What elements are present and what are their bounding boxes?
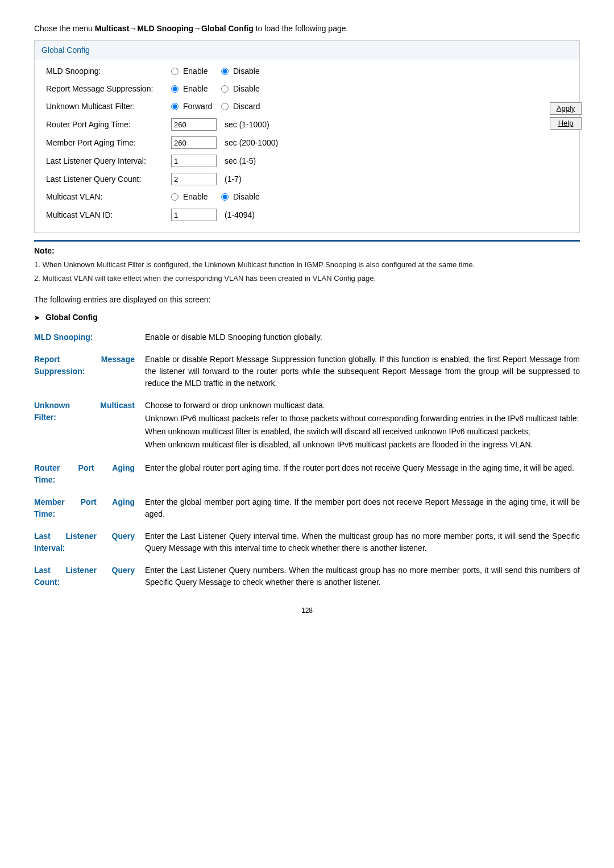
mld-disable-radio[interactable]	[221, 68, 229, 75]
note-title: Note:	[34, 245, 580, 257]
row-unknown-filter: Unknown Multicast Filter: Forward Discar…	[46, 101, 568, 113]
row-router-aging: Router Port Aging Time: sec (1-1000)	[46, 118, 568, 131]
panel-body: MLD Snooping: Enable Disable Report Mess…	[35, 60, 579, 232]
multicast-vlan-id-label: Multicast VLAN ID:	[46, 209, 171, 221]
report-enable-radio[interactable]	[171, 85, 179, 93]
apply-button[interactable]: Apply	[550, 102, 582, 115]
desc-unknown-text: Choose to forward or drop unknown multic…	[145, 400, 580, 452]
last-count-input[interactable]	[171, 173, 217, 185]
global-config-panel: Global Config MLD Snooping: Enable Disab…	[34, 40, 580, 233]
row-member-aging: Member Port Aging Time: sec (200-1000)	[46, 136, 568, 149]
note-section: Note: 1. When Unknown Multicast Filter i…	[34, 240, 580, 284]
description-table: MLD Snooping: Enable or disable MLD Snoo…	[34, 331, 580, 588]
multicast-vlan-id-unit: (1-4094)	[225, 209, 255, 221]
desc-last-interval-text: Enter the Last Listener Query interval t…	[145, 530, 580, 554]
desc-member-aging-text: Enter the global member port aging time.…	[145, 496, 580, 520]
multicast-vlan-controls: Enable Disable	[171, 191, 267, 203]
intro-suffix: to load the following page.	[254, 24, 349, 33]
button-column: Apply Help	[550, 102, 582, 130]
desc-unknown-p4: When unknown multicast filer is disabled…	[145, 439, 580, 451]
desc-unknown-p2: Unknown IPv6 multicast packets refer to …	[145, 413, 580, 425]
unknown-discard-text: Discard	[233, 101, 260, 113]
row-multicast-vlan: Multicast VLAN: Enable Disable	[46, 191, 568, 203]
report-disable-text: Disable	[233, 83, 260, 95]
help-button[interactable]: Help	[550, 117, 582, 130]
desc-row-last-interval: Last Listener QueryInterval: Enter the L…	[34, 530, 580, 554]
desc-row-unknown: Unknown MulticastFilter: Choose to forwa…	[34, 400, 580, 452]
section-title: Global Config	[45, 312, 98, 323]
last-interval-input[interactable]	[171, 155, 217, 167]
desc-row-member-aging: Member Port AgingTime: Enter the global …	[34, 496, 580, 520]
mld-enable-radio[interactable]	[171, 68, 179, 75]
chevron-right-icon: ➤	[34, 313, 40, 323]
mld-disable-text: Disable	[233, 65, 260, 77]
row-report-suppression: Report Message Suppression: Enable Disab…	[46, 83, 568, 95]
desc-member-aging-label: Member Port AgingTime:	[34, 496, 145, 520]
last-interval-label: Last Listener Query Interval:	[46, 155, 171, 167]
mld-enable-text: Enable	[183, 65, 208, 77]
section-header: ➤ Global Config	[34, 312, 580, 323]
panel-title: Global Config	[35, 41, 579, 60]
mld-snooping-controls: Enable Disable	[171, 65, 267, 77]
mld-snooping-label: MLD Snooping:	[46, 65, 171, 77]
desc-report-label: Report MessageSuppression:	[34, 354, 145, 389]
page-number: 128	[34, 605, 580, 616]
desc-mld-text: Enable or disable MLD Snooping function …	[145, 331, 580, 343]
report-disable-radio[interactable]	[221, 85, 229, 93]
desc-row-router-aging: Router Port AgingTime: Enter the global …	[34, 462, 580, 486]
row-last-interval: Last Listener Query Interval: sec (1-5)	[46, 155, 568, 167]
desc-unknown-label: Unknown MulticastFilter:	[34, 400, 145, 452]
desc-row-mld: MLD Snooping: Enable or disable MLD Snoo…	[34, 331, 580, 343]
desc-unknown-p1: Choose to forward or drop unknown multic…	[145, 400, 580, 412]
row-multicast-vlan-id: Multicast VLAN ID: (1-4094)	[46, 209, 568, 221]
member-aging-controls: sec (200-1000)	[171, 136, 278, 149]
desc-last-count-text: Enter the Last Listener Query numbers. W…	[145, 564, 580, 588]
member-aging-unit: sec (200-1000)	[225, 137, 278, 149]
follow-text: The following entries are displayed on t…	[34, 294, 580, 306]
desc-row-last-count: Last Listener QueryCount: Enter the Last…	[34, 564, 580, 588]
member-aging-input[interactable]	[171, 136, 217, 149]
desc-router-aging-label: Router Port AgingTime:	[34, 462, 145, 486]
member-aging-label: Member Port Aging Time:	[46, 137, 171, 149]
mvlan-disable-radio[interactable]	[221, 193, 229, 201]
intro-prefix: Chose the menu	[34, 24, 95, 33]
unknown-forward-radio[interactable]	[171, 103, 179, 110]
mvlan-enable-text: Enable	[183, 191, 208, 203]
unknown-forward-text: Forward	[183, 101, 212, 113]
unknown-discard-radio[interactable]	[221, 103, 229, 110]
report-suppression-label: Report Message Suppression:	[46, 83, 171, 95]
mvlan-enable-radio[interactable]	[171, 193, 179, 201]
desc-last-count-label: Last Listener QueryCount:	[34, 564, 145, 588]
intro-path: Multicast→MLD Snooping→Global Config	[95, 24, 254, 33]
desc-report-text: Enable or disable Report Message Suppres…	[145, 354, 580, 389]
multicast-vlan-label: Multicast VLAN:	[46, 191, 171, 203]
last-count-label: Last Listener Query Count:	[46, 173, 171, 185]
router-aging-unit: sec (1-1000)	[225, 119, 269, 131]
multicast-vlan-id-controls: (1-4094)	[171, 209, 255, 221]
row-last-count: Last Listener Query Count: (1-7)	[46, 173, 568, 185]
last-interval-controls: sec (1-5)	[171, 155, 256, 167]
desc-unknown-p3: When unknown multicast filter is enabled…	[145, 426, 580, 438]
router-aging-controls: sec (1-1000)	[171, 118, 269, 131]
intro-text: Chose the menu Multicast→MLD Snooping→Gl…	[34, 23, 580, 35]
last-count-unit: (1-7)	[225, 173, 242, 185]
unknown-filter-label: Unknown Multicast Filter:	[46, 101, 171, 113]
desc-router-aging-text: Enter the global router port aging time.…	[145, 462, 580, 486]
row-mld-snooping: MLD Snooping: Enable Disable	[46, 65, 568, 77]
router-aging-label: Router Port Aging Time:	[46, 119, 171, 131]
desc-row-report: Report MessageSuppression: Enable or dis…	[34, 354, 580, 389]
note-line2: 2. Multicast VLAN will take effect when …	[34, 273, 580, 284]
note-divider	[34, 240, 580, 242]
mvlan-disable-text: Disable	[233, 191, 260, 203]
note-line1: 1. When Unknown Multicast Filter is conf…	[34, 259, 580, 271]
multicast-vlan-id-input[interactable]	[171, 209, 217, 221]
desc-mld-label: MLD Snooping:	[34, 331, 145, 343]
router-aging-input[interactable]	[171, 118, 217, 131]
report-suppression-controls: Enable Disable	[171, 83, 267, 95]
last-interval-unit: sec (1-5)	[225, 155, 256, 167]
last-count-controls: (1-7)	[171, 173, 242, 185]
report-enable-text: Enable	[183, 83, 208, 95]
unknown-filter-controls: Forward Discard	[171, 101, 267, 113]
desc-last-interval-label: Last Listener QueryInterval:	[34, 530, 145, 554]
